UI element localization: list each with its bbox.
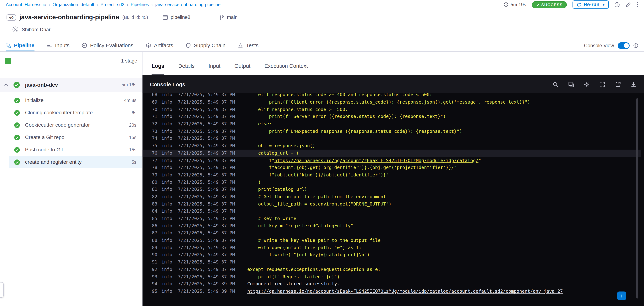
step-push-code-to-git[interactable]: Push code to Git 15s [9,144,142,156]
log-text: elif response.status_code >= 500: [247,107,348,112]
edit-pencil-icon[interactable] [626,2,631,7]
step-initialize[interactable]: Initialize 4m 8s [9,94,142,107]
log-text: print(f" Request failed: {e}") [247,274,340,279]
step-create-and-register-entity[interactable]: create and register entity 5s [9,156,142,168]
search-icon[interactable] [552,81,558,87]
tab-execution-context[interactable]: Execution Context [264,63,308,75]
tab-logs[interactable]: Logs [152,63,164,75]
tab-inputs[interactable]: Inputs [47,40,70,52]
log-text: ) [247,180,261,185]
log-line: 92info7/21/2025, 5:49:37 PMexcept reques… [142,266,641,273]
stage-sidebar: 1 stage java-onb-dev 5m 16s Initialize 4… [0,52,142,306]
log-line-number: 75 [148,143,157,148]
log-level: info [161,216,172,221]
log-line-number: 95 [148,288,157,294]
log-text: f"account.{obj.get('orgIdentifier')}.{ob… [247,165,457,170]
tab-details[interactable]: Details [178,63,194,75]
log-output[interactable]: 68info7/21/2025, 5:49:37 PM elif respons… [142,93,641,306]
settings-gear-icon[interactable] [584,81,590,87]
info-icon[interactable] [633,43,638,48]
copy-icon[interactable] [568,81,574,87]
pipeline-template[interactable]: pipeline8 [163,14,190,20]
step-cookiecutter-code-generator[interactable]: Cookiecutter code generator 20s [9,119,142,131]
pipeline-execution-page: Account: Harness.io › Organization: defa… [0,0,644,306]
tab-output[interactable]: Output [234,63,250,75]
log-level: info [161,114,172,119]
tab-supply-chain[interactable]: Supply Chain [186,40,226,52]
tab-input[interactable]: Input [208,63,220,75]
breadcrumb-pipeline-name[interactable]: java-service-onboarding-pipeline [155,2,220,7]
scroll-to-top-button[interactable]: ↑ [617,291,626,300]
log-message: f"https://qa.harness.io/ng/account/zEaak… [247,158,481,163]
log-timestamp: 7/21/2025, 5:49:37 PM [178,223,240,228]
log-line: 75info7/21/2025, 5:49:37 PM obj = respon… [142,142,641,149]
info-icon[interactable] [614,2,620,7]
log-timestamp: 7/21/2025, 5:49:37 PM [178,245,240,250]
artifacts-box-icon [146,43,151,48]
template-card-icon [163,15,168,20]
tab-artifacts[interactable]: Artifacts [146,40,173,52]
log-level: info [161,129,172,134]
log-text: # Key to write [247,216,296,221]
log-line: 78info7/21/2025, 5:49:37 PM f"account.{o… [142,164,641,171]
log-text: f"{obj.get('kind')}/{obj.get('identifier… [247,172,388,178]
tab-tests[interactable]: Tests [238,40,258,52]
download-icon[interactable] [630,81,636,87]
log-text: f.write(f"{url_key}={catalog_url}\n") [247,252,370,257]
console-header: Console Logs [142,75,644,93]
log-message: Component registered successfully. [247,281,340,286]
step-duration: 6s [132,110,136,115]
log-timestamp: 7/21/2025, 5:49:37 PM [178,121,240,127]
log-level: info [161,158,172,163]
console-panel: Console Logs 68info7/21/2025, 5:49:37 PM… [142,75,644,306]
tab-pipeline[interactable]: Pipeline [6,40,34,52]
log-timestamp: 7/21/2025, 5:49:37 PM [178,114,240,119]
nav-expand-handle[interactable] [0,282,4,298]
open-in-new-icon[interactable] [615,81,621,87]
log-level: info [161,274,172,279]
log-message: obj = response.json() [247,143,315,148]
title-block: v0 java-service-onboarding-pipeline (Bui… [0,9,644,40]
breadcrumb-account[interactable]: Account: Harness.io [6,2,46,7]
tab-label: Artifacts [154,42,173,49]
log-link[interactable]: https://qa.harness.io/ng/account/zEaak-F… [247,288,563,294]
log-level: info [161,143,172,148]
breadcrumb-separator: › [49,2,50,7]
log-level: info [161,180,172,185]
log-line-number: 76 [148,150,157,156]
breadcrumb-separator: › [96,2,98,7]
step-create-a-git-repo[interactable]: Create a Git repo 15s [9,131,142,144]
breadcrumb-organization[interactable]: Organization: default [52,2,94,7]
clock-icon [504,2,508,7]
log-line: 71info7/21/2025, 5:49:37 PM print(f" Ser… [142,113,641,120]
log-link[interactable]: https://qa.harness.io/ng/account/zEaak-F… [274,158,478,163]
log-line-number: 79 [148,172,157,178]
stage-status-square-icon[interactable] [5,58,11,64]
rerun-button[interactable]: Re-run ▾ [572,0,609,9]
log-line-number: 83 [148,201,157,207]
log-line: 81info7/21/2025, 5:49:37 PM print(catalo… [142,186,641,193]
stage-header-java-onb-dev[interactable]: java-onb-dev 5m 16s [0,78,142,92]
step-label: Cookiecutter code generator [25,122,90,128]
tab-label: Pipeline [14,42,34,49]
console-scrollbar[interactable] [636,98,638,298]
git-branch[interactable]: main [219,14,238,20]
log-line: 82info7/21/2025, 5:49:37 PM # Get the ou… [142,193,641,200]
version-badge: v0 [6,14,16,20]
log-timestamp: 7/21/2025, 5:49:37 PM [178,158,240,163]
log-line-number: 88 [148,238,157,243]
breadcrumb-project[interactable]: Project: sd2 [100,2,124,7]
breadcrumb-pipelines[interactable]: Pipelines [131,2,149,7]
log-level: info [161,252,172,257]
kebab-menu-icon[interactable] [636,2,638,8]
console-view-toggle[interactable] [618,42,630,49]
success-check-icon [14,147,20,153]
tab-label: Tests [246,42,259,49]
log-line: 95info7/21/2025, 5:49:39 PMhttps://qa.ha… [142,288,641,295]
step-cloning-cookiecutter-template[interactable]: Cloning cookiecutter template 6s [9,107,142,119]
log-text: print(catalog_url) [247,187,307,192]
check-icon [536,3,540,6]
tab-policy-evaluations[interactable]: Policy Evaluations [82,40,134,52]
fullscreen-icon[interactable] [599,81,605,87]
chevron-up-icon[interactable] [4,83,8,86]
